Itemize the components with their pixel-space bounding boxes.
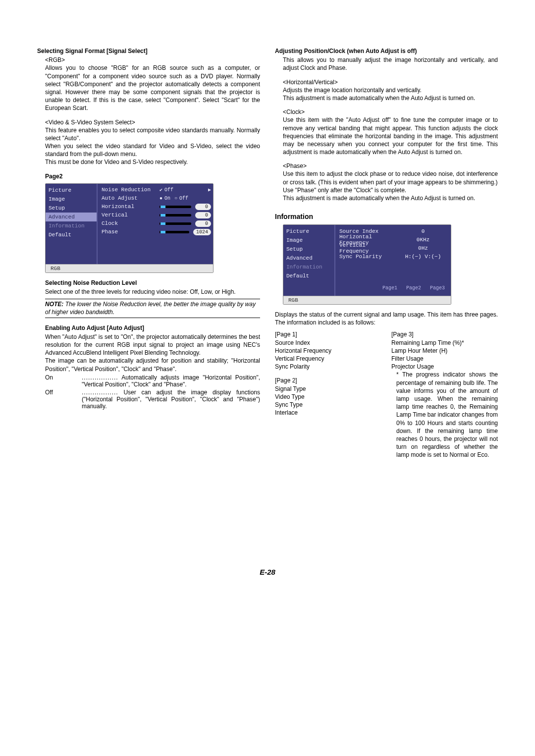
pg1-c: Vertical Frequency xyxy=(275,355,381,363)
osd2-item-information[interactable]: Information xyxy=(283,263,334,271)
osd2-sidebar: Picture Image Setup Advanced Information… xyxy=(283,225,335,296)
osd-main-panel: Noise Reduction Off▶ Auto Adjust On Off … xyxy=(98,184,213,264)
osd-row-clock: Clock xyxy=(100,220,157,226)
osd-autoadjust-on[interactable]: On xyxy=(160,196,170,201)
osd-item-information[interactable]: Information xyxy=(46,221,97,230)
slider-phase[interactable] xyxy=(160,231,189,233)
value-clock: 0 xyxy=(195,220,211,227)
pg1-a: Source Index xyxy=(275,339,381,347)
dl-off-def: ................. User can adjust the im… xyxy=(80,389,260,410)
page2-label: Page2 xyxy=(45,172,260,180)
rgb-paragraph: Allows you to choose "RGB" for an RGB so… xyxy=(45,64,260,112)
phase-tag: <Phase> xyxy=(283,162,498,170)
osd-noise-value[interactable]: Off xyxy=(160,187,173,193)
heading-information: Information xyxy=(275,212,498,221)
dl-off-term: Off xyxy=(45,389,80,410)
phase-p3: This adjustment is made automatically wh… xyxy=(283,194,498,202)
video-paragraph-1: This feature enables you to select compo… xyxy=(45,126,260,142)
osd-menu-information: Picture Image Setup Advanced Information… xyxy=(283,224,451,305)
note-label: NOTE: xyxy=(45,301,63,308)
clock-p: Use this item with the "Auto Adjust off"… xyxy=(283,116,498,156)
slider-horizontal[interactable] xyxy=(160,206,191,208)
noise-paragraph: Select one of the three levels for reduc… xyxy=(45,288,260,296)
dl-on-def: ................. Automatically adjusts … xyxy=(80,374,260,388)
pg3-heading: [Page 3] xyxy=(391,330,498,338)
phase-p2: Use "Phase" only after the "Clock" is co… xyxy=(283,186,498,194)
osd-autoadjust-off[interactable]: Off xyxy=(174,196,188,201)
auto-paragraph-2: The image can be automatically adjusted … xyxy=(45,357,260,373)
pg2-heading: [Page 2] xyxy=(275,377,381,384)
pg3-d: Projector Usage xyxy=(391,363,498,371)
hv-p2: This adjustment is made automatically wh… xyxy=(283,94,498,102)
osd-item-setup[interactable]: Setup xyxy=(46,204,97,213)
osd-item-image[interactable]: Image xyxy=(46,195,97,204)
pg3-c: Filter Usage xyxy=(391,355,498,363)
osd2-page3[interactable]: Page3 xyxy=(430,285,445,291)
osd2-page2[interactable]: Page2 xyxy=(406,285,421,291)
osd2-main-panel: Source Index 0 Horizontal Frequency 0KHz… xyxy=(335,225,451,296)
osd-row-noise-reduction: Noise Reduction xyxy=(100,187,157,193)
value-vertical: 0 xyxy=(195,212,211,218)
osd2-vfreq: Vertical Frequency xyxy=(337,242,394,254)
osd2-item-image[interactable]: Image xyxy=(283,236,334,245)
pg2-a: Signal Type xyxy=(275,385,381,393)
osd2-sync: Sync Polarity xyxy=(337,254,394,260)
note-text: The lower the Noise Reduction level, the… xyxy=(45,301,256,316)
osd2-pages: Page1 Page2 Page3 xyxy=(337,284,449,294)
osd2-item-advanced[interactable]: Advanced xyxy=(283,254,334,263)
value-phase: 1024 xyxy=(193,229,211,235)
osd2-item-picture[interactable]: Picture xyxy=(283,227,334,236)
heading-auto-adjust: Enabling Auto Adjust [Auto Adjust] xyxy=(45,324,260,332)
pg3-b: Lamp Hour Meter (H) xyxy=(391,347,498,355)
osd2-source-index-val: 0 xyxy=(397,228,449,234)
slider-vertical[interactable] xyxy=(160,214,191,216)
star-note: * The progress indicator shows the perce… xyxy=(396,371,498,459)
osd2-sync-val: H:(−) V:(−) xyxy=(397,254,449,260)
pg2-c: Sync Type xyxy=(275,401,381,409)
osd2-item-default[interactable]: Default xyxy=(283,271,334,280)
osd2-hfreq-val: 0KHz xyxy=(397,237,449,243)
osd2-footer-source: RGB xyxy=(283,296,451,304)
osd-item-advanced[interactable]: Advanced xyxy=(46,213,97,221)
pg2-d: Interlace xyxy=(275,409,381,417)
pg1-d: Sync Polarity xyxy=(275,363,381,371)
heading-signal-select: Selecting Signal Format [Signal Select] xyxy=(37,47,260,55)
osd-row-vertical: Vertical xyxy=(100,212,157,218)
video-paragraph-2: When you select the video standard for V… xyxy=(45,142,260,158)
pg1-b: Horizontal Frequency xyxy=(275,347,381,355)
hv-p1: Adjusts the image location horizontally … xyxy=(283,86,498,94)
osd-footer-source: RGB xyxy=(46,264,213,272)
osd2-vfreq-val: 0Hz xyxy=(397,245,449,251)
osd-row-phase: Phase xyxy=(100,229,157,235)
auto-paragraph-1: When "Auto Adjust" is set to "On", the p… xyxy=(45,333,260,357)
clock-tag: <Clock> xyxy=(283,108,498,116)
osd-menu-advanced: Picture Image Setup Advanced Information… xyxy=(45,183,214,273)
phase-p1: Use this item to adjust the clock phase … xyxy=(283,170,498,186)
dl-on-term: On xyxy=(45,374,80,388)
osd2-page1[interactable]: Page1 xyxy=(382,285,397,291)
heading-position-clock: Adjusting Position/Clock (when Auto Adju… xyxy=(275,47,498,55)
osd-row-auto-adjust: Auto Adjust xyxy=(100,195,157,201)
pg2-b: Video Type xyxy=(275,393,381,401)
osd2-item-setup[interactable]: Setup xyxy=(283,245,334,254)
osd-row-horizontal: Horizontal xyxy=(100,204,157,210)
note-block: NOTE: The lower the Noise Reduction leve… xyxy=(45,299,260,318)
page-number: E-28 xyxy=(37,568,498,576)
hv-tag: <Horizontal/Vertical> xyxy=(283,78,498,86)
video-tag: <Video & S-Video System Select> xyxy=(45,118,260,126)
arrow-right-icon[interactable]: ▶ xyxy=(208,187,211,193)
pg1-heading: [Page 1] xyxy=(275,330,381,338)
video-paragraph-3: This must be done for Video and S-Video … xyxy=(45,158,260,166)
osd-sidebar: Picture Image Setup Advanced Information… xyxy=(46,184,98,264)
pos-paragraph: This allows you to manually adjust the i… xyxy=(283,56,498,72)
info-paragraph: Displays the status of the current signa… xyxy=(275,311,498,326)
slider-clock[interactable] xyxy=(160,222,191,225)
rgb-tag: <RGB> xyxy=(45,56,260,64)
value-horizontal: 0 xyxy=(195,204,211,210)
pg3-a: Remaining Lamp Time (%)* xyxy=(391,339,498,347)
heading-noise-reduction: Selecting Noise Reduction Level xyxy=(45,279,260,287)
osd-item-default[interactable]: Default xyxy=(46,230,97,239)
osd-item-picture[interactable]: Picture xyxy=(46,186,97,195)
